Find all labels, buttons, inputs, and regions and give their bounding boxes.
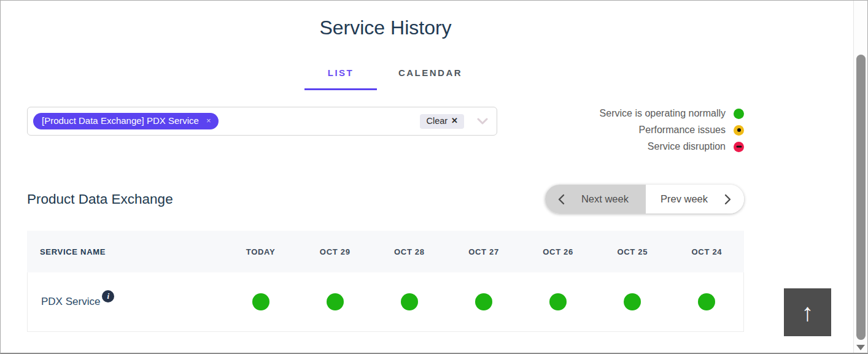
section-row: Product Data Exchange Next week Prev wee… [27,185,744,214]
filter-row: [Product Data Exchange] PDX Service × Cl… [27,107,744,152]
vertical-scrollbar [853,1,867,353]
status-legend: Service is operating normally Performanc… [600,107,744,152]
legend-label: Service is operating normally [600,108,726,119]
column-header-date: OCT 28 [372,247,446,256]
status-dot [252,293,269,310]
legend-item-disruption: Service disruption [648,141,744,152]
clear-button[interactable]: Clear ✕ [420,114,464,129]
table-row: PDX Servicei [27,272,744,332]
status-dot [549,293,567,310]
column-header-date: OCT 26 [521,247,595,256]
prev-week-button[interactable]: Prev week [646,185,744,214]
service-history-table: SERVICE NAME TODAY OCT 29 OCT 28 OCT 27 … [27,231,744,332]
scrollbar-down-arrow-icon[interactable] [856,345,865,350]
column-header-date: OCT 29 [298,247,372,256]
column-header-date: OCT 27 [446,247,521,256]
column-header-date: OCT 24 [670,247,744,256]
column-header-service-name: SERVICE NAME [27,247,223,256]
arrow-up-icon: ↑ [802,299,814,326]
status-cell [595,293,669,310]
tab-calendar[interactable]: CALENDAR [394,67,467,90]
chevron-left-icon [558,194,565,205]
week-navigation: Next week Prev week [545,185,744,214]
status-cell [447,293,521,310]
status-disruption-icon [734,142,744,152]
clear-button-label: Clear [426,116,448,126]
status-warning-icon [734,125,744,136]
status-dot [624,293,641,310]
status-dot [475,293,492,310]
next-week-button[interactable]: Next week [545,185,646,214]
service-name-cell: PDX Servicei [28,296,224,309]
status-cell [298,293,373,310]
scroll-to-top-button[interactable]: ↑ [784,288,831,336]
chip-remove-icon[interactable]: × [206,116,211,125]
scrollbar-thumb[interactable] [856,55,866,340]
status-dot [698,293,715,310]
chevron-right-icon [724,194,731,205]
main-content: Service History LIST CALENDAR [Product D… [27,1,744,332]
status-cell-today [224,293,298,310]
clear-x-icon: ✕ [451,116,458,125]
tab-list[interactable]: LIST [304,67,377,90]
next-week-label: Next week [581,193,629,205]
status-cell [669,293,743,310]
info-icon[interactable]: i [102,290,114,302]
legend-label: Performance issues [639,125,726,136]
service-filter-input[interactable]: [Product Data Exchange] PDX Service × Cl… [27,107,497,136]
status-dot [327,293,344,310]
legend-item-normal: Service is operating normally [600,108,744,119]
table-header-row: SERVICE NAME TODAY OCT 29 OCT 28 OCT 27 … [27,231,744,272]
chevron-down-icon[interactable] [477,118,488,125]
service-name-label: PDX Service [41,296,100,307]
page-title: Service History [27,17,744,39]
filter-chip-label: [Product Data Exchange] PDX Service [42,115,199,126]
status-cell [521,293,595,310]
status-normal-icon [734,109,744,119]
prev-week-label: Prev week [661,193,708,205]
legend-item-warning: Performance issues [639,125,744,136]
section-title: Product Data Exchange [27,191,173,207]
legend-label: Service disruption [648,141,726,152]
filter-chip[interactable]: [Product Data Exchange] PDX Service × [33,113,219,129]
column-header-date: OCT 25 [595,247,670,256]
tab-bar: LIST CALENDAR [27,67,744,90]
column-header-today: TODAY [223,247,298,256]
status-dot [401,293,418,310]
status-cell [373,293,447,310]
